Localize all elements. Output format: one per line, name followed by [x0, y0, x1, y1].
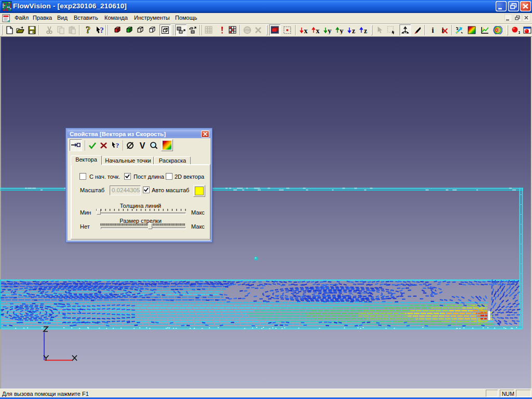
- svg-text:V: V: [140, 141, 145, 150]
- svg-text:y: y: [340, 27, 343, 35]
- svg-text:?: ?: [86, 26, 90, 34]
- svg-text:x: x: [316, 27, 320, 35]
- svg-text:x: x: [304, 27, 308, 35]
- svg-text:?: ?: [100, 26, 104, 34]
- svg-text:1: 1: [518, 30, 521, 34]
- svg-text:z: z: [364, 27, 367, 35]
- svg-text:i: i: [432, 26, 434, 34]
- svg-text:STOP: STOP: [244, 29, 250, 32]
- svg-text:z: z: [352, 27, 355, 35]
- svg-text:y: y: [328, 27, 331, 35]
- svg-text:?: ?: [116, 141, 119, 149]
